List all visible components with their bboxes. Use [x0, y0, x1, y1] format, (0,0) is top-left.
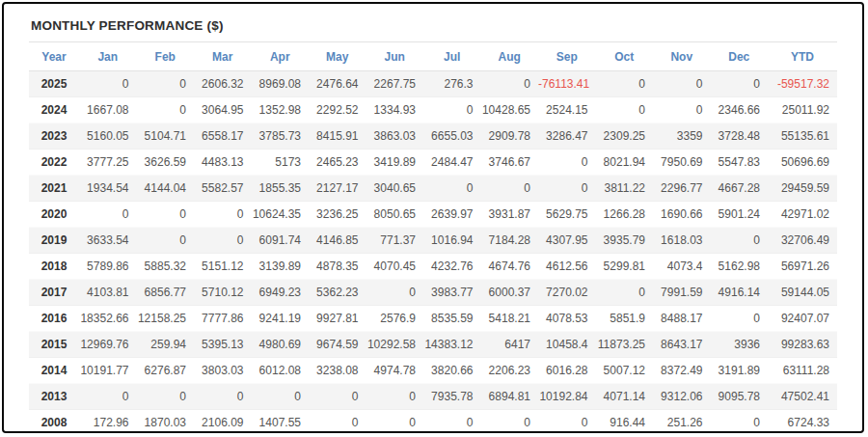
year-cell: 2008	[29, 410, 79, 434]
value-cell: 50696.69	[768, 150, 837, 176]
value-cell: 4078.53	[538, 306, 596, 332]
year-cell: 2018	[29, 254, 79, 280]
value-cell: 5395.13	[194, 332, 252, 358]
value-cell: 25011.92	[768, 97, 837, 123]
value-cell: 4916.14	[711, 280, 769, 306]
column-header-aug[interactable]: Aug	[481, 42, 539, 71]
value-cell: 0	[194, 202, 252, 228]
value-cell: 0	[423, 410, 481, 434]
year-cell: 2022	[29, 150, 79, 176]
value-cell: 3728.48	[711, 123, 769, 150]
value-cell: 6091.74	[252, 228, 310, 254]
value-cell: 0	[423, 176, 481, 202]
value-cell: 1352.98	[252, 97, 310, 123]
value-cell: 5901.24	[711, 202, 769, 228]
value-cell: 4232.76	[423, 254, 481, 280]
column-header-jun[interactable]: Jun	[366, 42, 424, 71]
value-cell: 1870.03	[137, 410, 195, 434]
value-cell: 10292.58	[366, 332, 424, 358]
value-cell: 8535.59	[423, 306, 481, 332]
value-cell: 4071.14	[596, 384, 654, 410]
column-header-mar[interactable]: Mar	[194, 42, 252, 71]
column-header-feb[interactable]: Feb	[137, 42, 195, 71]
value-cell: 1618.03	[653, 228, 711, 254]
value-cell: 18352.66	[79, 306, 137, 332]
value-cell: 5362.23	[309, 280, 366, 306]
value-cell: 3626.59	[137, 150, 195, 176]
value-cell: 4070.45	[366, 254, 424, 280]
value-cell: 1407.55	[252, 410, 310, 434]
value-cell: 4073.4	[653, 254, 711, 280]
value-cell: 3236.25	[309, 202, 366, 228]
value-cell: 4483.13	[194, 150, 252, 176]
year-cell: 2014	[29, 358, 79, 384]
table-row: 20241667.0803064.951352.982292.521334.93…	[29, 97, 837, 123]
value-cell: 6856.77	[137, 280, 195, 306]
value-cell: 0	[366, 410, 424, 434]
value-cell: -59517.32	[768, 71, 837, 97]
value-cell: 92407.07	[768, 306, 837, 332]
year-cell: 2024	[29, 97, 79, 123]
monthly-performance-panel: MONTHLY PERFORMANCE ($) YearJanFebMarApr…	[4, 4, 862, 433]
year-cell: 2019	[29, 228, 79, 254]
value-cell: 2476.64	[309, 71, 366, 97]
value-cell: 172.96	[79, 410, 137, 434]
value-cell: 4103.81	[79, 280, 137, 306]
column-header-sep[interactable]: Sep	[538, 42, 596, 71]
column-header-nov[interactable]: Nov	[653, 42, 711, 71]
value-cell: 0	[79, 71, 137, 97]
value-cell: 2206.23	[481, 358, 539, 384]
year-cell: 2025	[29, 71, 79, 97]
column-header-jan[interactable]: Jan	[79, 42, 137, 71]
value-cell: 5789.86	[79, 254, 137, 280]
value-cell: 0	[194, 384, 252, 410]
value-cell: 1934.54	[79, 176, 137, 202]
column-header-may[interactable]: May	[309, 42, 366, 71]
value-cell: 3746.67	[481, 150, 539, 176]
value-cell: 12969.76	[79, 332, 137, 358]
value-cell: 14383.12	[423, 332, 481, 358]
value-cell: 0	[596, 280, 654, 306]
value-cell: 916.44	[596, 410, 654, 434]
year-cell: 2016	[29, 306, 79, 332]
value-cell: 0	[596, 71, 654, 97]
value-cell: 0	[481, 410, 539, 434]
value-cell: 6417	[481, 332, 539, 358]
value-cell: 0	[137, 202, 195, 228]
year-cell: 2021	[29, 176, 79, 202]
value-cell: 0	[538, 150, 596, 176]
app-frame: MONTHLY PERFORMANCE ($) YearJanFebMarApr…	[2, 2, 864, 433]
column-header-apr[interactable]: Apr	[252, 42, 310, 71]
value-cell: 5299.81	[596, 254, 654, 280]
value-cell: 1855.35	[252, 176, 310, 202]
value-cell: 4307.95	[538, 228, 596, 254]
column-header-year[interactable]: Year	[29, 42, 79, 71]
value-cell: 5007.12	[596, 358, 654, 384]
value-cell: 2296.77	[653, 176, 711, 202]
column-header-oct[interactable]: Oct	[596, 42, 654, 71]
value-cell: 3286.47	[538, 123, 596, 150]
value-cell: 5173	[252, 150, 310, 176]
value-cell: 5885.32	[137, 254, 195, 280]
value-cell: 8415.91	[309, 123, 366, 150]
value-cell: 8021.94	[596, 150, 654, 176]
value-cell: 3803.03	[194, 358, 252, 384]
column-header-dec[interactable]: Dec	[711, 42, 769, 71]
value-cell: 9927.81	[309, 306, 366, 332]
value-cell: 4144.04	[137, 176, 195, 202]
value-cell: 3935.79	[596, 228, 654, 254]
year-cell: 2020	[29, 202, 79, 228]
value-cell: 2484.47	[423, 150, 481, 176]
value-cell: 1266.28	[596, 202, 654, 228]
column-header-jul[interactable]: Jul	[423, 42, 481, 71]
value-cell: 5418.21	[481, 306, 539, 332]
value-cell: 0	[711, 410, 769, 434]
value-cell: 4974.78	[366, 358, 424, 384]
column-header-ytd[interactable]: YTD	[768, 42, 837, 71]
value-cell: 0	[711, 71, 769, 97]
table-row: 201410191.776276.873803.036012.083238.08…	[29, 358, 837, 384]
value-cell: 10191.77	[79, 358, 137, 384]
value-cell: 8969.08	[252, 71, 310, 97]
value-cell: 9095.78	[711, 384, 769, 410]
value-cell: 6276.87	[137, 358, 195, 384]
